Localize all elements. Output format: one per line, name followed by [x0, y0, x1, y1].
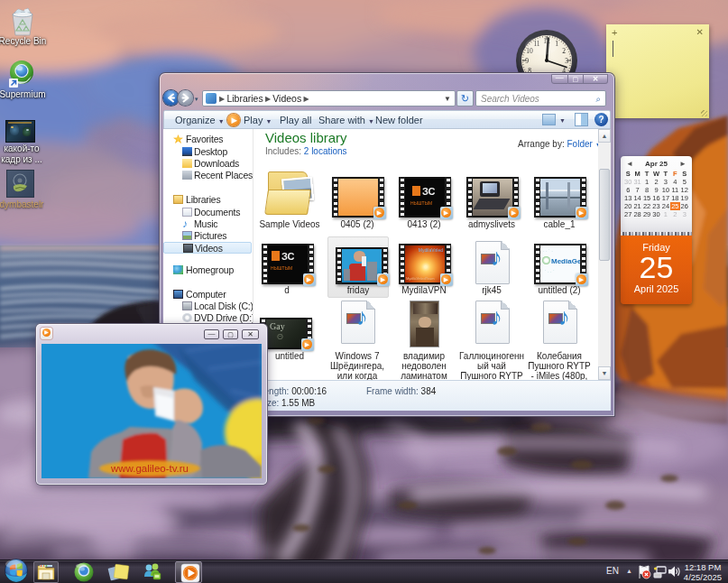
svg-text:3: 3: [565, 57, 568, 65]
svg-text:9: 9: [525, 57, 529, 65]
svg-text:www.galileo-tv.ru: www.galileo-tv.ru: [110, 463, 189, 474]
svg-text:2: 2: [562, 47, 566, 55]
